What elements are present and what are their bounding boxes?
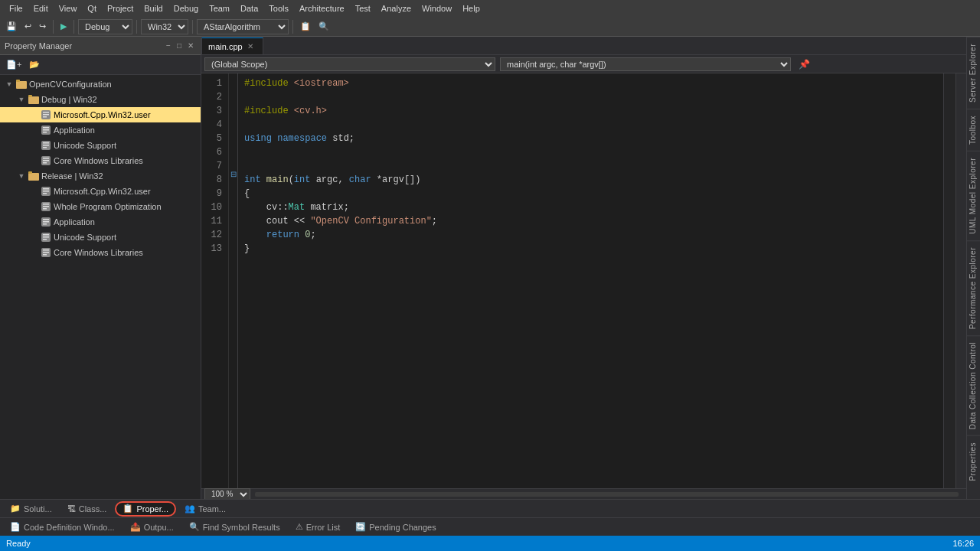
menu-architecture[interactable]: Architecture: [295, 2, 349, 15]
svg-rect-33: [43, 221, 49, 223]
corewin-debug-label: Core Windows Libraries: [54, 156, 143, 165]
menu-analyze[interactable]: Analyze: [377, 2, 416, 15]
unicode-release-icon: [40, 231, 52, 243]
toolbar-redo-btn[interactable]: ↪: [36, 18, 49, 35]
svg-rect-2: [16, 80, 20, 82]
toolbar-save-btn[interactable]: 💾: [3, 18, 20, 35]
team-label: Team...: [198, 504, 226, 514]
menu-window[interactable]: Window: [417, 2, 456, 15]
menu-qt[interactable]: Qt: [83, 2, 101, 15]
svg-rect-12: [43, 132, 47, 133]
svg-rect-8: [43, 116, 47, 118]
side-tab-performance[interactable]: Performance Explorer: [967, 240, 980, 335]
svg-rect-34: [43, 223, 47, 225]
scope-select[interactable]: (Global Scope): [204, 57, 495, 71]
editor-area: main.cpp ✕ (Global Scope) main(int argc,…: [201, 37, 966, 499]
platform-select[interactable]: Win32 x64: [141, 19, 188, 34]
tree-application-release[interactable]: Application: [0, 214, 201, 230]
svg-rect-29: [43, 206, 49, 207]
config-select[interactable]: Debug Release: [78, 19, 132, 34]
menu-edit[interactable]: Edit: [29, 2, 53, 15]
tree-ms-cpp-release[interactable]: Microsoft.Cpp.Win32.user: [0, 184, 201, 199]
tree-release-win32[interactable]: ▼ Release | Win32: [0, 168, 201, 184]
editor-scope-bar: (Global Scope) main(int argc, char *argv…: [201, 55, 966, 73]
code-content[interactable]: #include <iostream> #include <cv.h> usin…: [238, 73, 943, 488]
menu-team[interactable]: Team: [204, 2, 234, 15]
svg-rect-30: [43, 208, 47, 210]
bottom-tab-solution[interactable]: 📁 Soluti...: [3, 501, 59, 517]
menu-build[interactable]: Build: [139, 2, 167, 15]
menu-help[interactable]: Help: [458, 2, 485, 15]
app-release-icon: [40, 216, 52, 228]
side-tab-properties[interactable]: Properties: [967, 435, 980, 487]
bottom-tab-class[interactable]: 🏗 Class...: [60, 501, 114, 517]
tree-corewin-release[interactable]: Core Windows Libraries: [0, 245, 201, 260]
release-expand-icon[interactable]: ▼: [15, 172, 28, 180]
unicode-debug-label: Unicode Support: [54, 141, 116, 150]
tree-debug-win32[interactable]: ▼ Debug | Win32: [0, 92, 201, 107]
root-expand-icon[interactable]: ▼: [3, 80, 15, 88]
zoom-select[interactable]: 100 %: [204, 488, 250, 500]
panel-tab-code-def[interactable]: 📄 Code Definition Windo...: [3, 520, 122, 534]
horizontal-scrollbar[interactable]: [255, 492, 959, 497]
ms-cpp-release-label: Microsoft.Cpp.Win32.user: [54, 187, 151, 196]
menu-debug[interactable]: Debug: [169, 2, 203, 15]
svg-rect-22: [28, 171, 32, 174]
tree-unicode-debug[interactable]: Unicode Support: [0, 138, 201, 153]
menu-view[interactable]: View: [54, 2, 82, 15]
class-icon: 🏗: [67, 504, 76, 514]
output-icon: 📤: [130, 522, 141, 532]
tree-application-debug[interactable]: Application: [0, 122, 201, 138]
tree-whole-prog[interactable]: Whole Program Optimization: [0, 199, 201, 214]
panel-title: Property Manager: [5, 41, 72, 51]
panel-dock-btn[interactable]: □: [175, 41, 184, 51]
menu-file[interactable]: File: [5, 2, 28, 15]
side-tab-uml[interactable]: UML Model Explorer: [967, 151, 980, 240]
class-label: Class...: [79, 504, 107, 514]
pending-changes-icon: 🔄: [355, 522, 366, 532]
bottom-tab-team[interactable]: 👥 Team...: [178, 501, 233, 517]
editor-pin-btn[interactable]: 📌: [795, 57, 813, 71]
tab-main-cpp-close[interactable]: ✕: [246, 42, 255, 51]
menu-project[interactable]: Project: [103, 2, 138, 15]
tab-main-cpp[interactable]: main.cpp ✕: [201, 37, 263, 54]
toolbar-extra-btn[interactable]: 📋: [297, 18, 314, 35]
left-panel: Property Manager − □ ✕ 📄+ 📂 ▼ Ope: [0, 37, 201, 499]
menu-tools[interactable]: Tools: [264, 2, 293, 15]
tree-ms-cpp-debug[interactable]: Microsoft.Cpp.Win32.user: [0, 107, 201, 122]
panel-tab-error-list[interactable]: ⚠ Error List: [289, 520, 348, 534]
output-label: Outpu...: [144, 523, 174, 532]
svg-rect-38: [43, 239, 47, 240]
error-list-label: Error List: [306, 523, 341, 532]
menu-data[interactable]: Data: [236, 2, 263, 15]
tree-unicode-release[interactable]: Unicode Support: [0, 230, 201, 245]
minimap: [943, 73, 956, 488]
panel-tab-pending-changes[interactable]: 🔄 Pending Changes: [348, 520, 443, 534]
svg-rect-11: [43, 129, 49, 131]
svg-rect-14: [43, 142, 49, 144]
panel-float-btn[interactable]: −: [164, 41, 173, 51]
editor-tab-bar: main.cpp ✕: [201, 37, 966, 55]
panel-tab-find-symbol[interactable]: 🔍 Find Symbol Results: [182, 520, 287, 534]
panel-tab-output[interactable]: 📤 Outpu...: [123, 520, 181, 534]
bottom-tab-property-manager[interactable]: 📋 Proper...: [115, 501, 176, 517]
side-tab-server-explorer[interactable]: Server Explorer: [967, 37, 980, 109]
debug-expand-icon[interactable]: ▼: [15, 96, 28, 103]
panel-close-btn[interactable]: ✕: [185, 41, 196, 51]
side-tab-toolbox[interactable]: Toolbox: [967, 109, 980, 151]
toolbar-search-btn[interactable]: 🔍: [315, 18, 332, 35]
function-select[interactable]: main(int argc, char *argv[]): [500, 57, 791, 71]
toolbar-run-btn[interactable]: ▶: [57, 18, 70, 35]
tree-corewin-debug[interactable]: Core Windows Libraries: [0, 153, 201, 168]
tree-root[interactable]: ▼ OpenCVConfiguration: [0, 77, 201, 92]
project-select[interactable]: AStarAlgorithm: [197, 19, 289, 34]
toolbar-undo-btn[interactable]: ↩: [21, 18, 34, 35]
menu-test[interactable]: Test: [351, 2, 375, 15]
property-tree: ▼ OpenCVConfiguration ▼ Debug | Win32: [0, 75, 201, 499]
panel-existing-sheet-btn[interactable]: 📂: [26, 58, 43, 71]
vertical-scrollbar[interactable]: [956, 73, 966, 488]
side-tab-data-collection[interactable]: Data Collection Control: [967, 335, 980, 435]
panel-new-sheet-btn[interactable]: 📄+: [3, 58, 24, 71]
panel-header: Property Manager − □ ✕: [0, 37, 201, 55]
ms-cpp-release-icon: [40, 185, 52, 197]
